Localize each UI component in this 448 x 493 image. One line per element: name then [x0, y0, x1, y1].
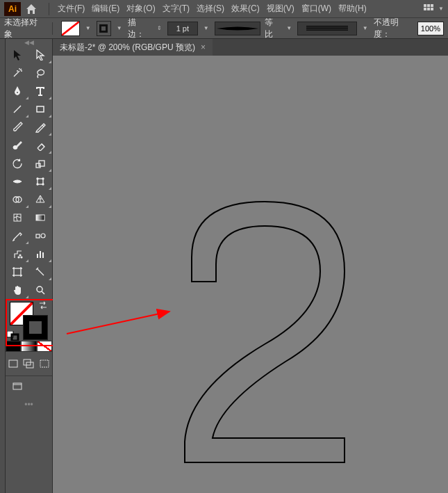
color-mode-none[interactable] — [37, 341, 52, 352]
stroke-weight-input[interactable]: 1 pt — [167, 22, 198, 35]
stroke-label: 描边： — [128, 17, 151, 40]
svg-line-12 — [14, 106, 21, 113]
svg-rect-34 — [14, 268, 21, 275]
svg-point-23 — [16, 197, 22, 202]
width-tool[interactable] — [6, 172, 29, 191]
hand-tool[interactable] — [6, 281, 29, 299]
eyedropper-tool[interactable] — [6, 227, 29, 245]
svg-point-14 — [13, 146, 17, 149]
svg-rect-43 — [40, 360, 49, 367]
svg-point-30 — [21, 257, 22, 258]
eraser-tool[interactable] — [29, 136, 53, 154]
tool-panel: ◀◀ — [6, 39, 53, 493]
selection-status: 未选择对象 — [4, 17, 44, 40]
draw-normal-icon[interactable] — [6, 356, 21, 371]
rotate-tool[interactable] — [6, 154, 29, 172]
pen-tool[interactable] — [6, 82, 29, 100]
menu-window[interactable]: 窗口(W) — [299, 3, 334, 15]
stroke-dropdown-icon[interactable]: ▼ — [115, 25, 124, 31]
dock-strip — [0, 39, 6, 493]
workspace-switcher-icon[interactable] — [423, 3, 434, 15]
brush-definition[interactable] — [297, 22, 357, 35]
opacity-input[interactable]: 100% — [417, 22, 444, 35]
stroke-color-proxy[interactable] — [24, 316, 47, 339]
blob-brush-tool[interactable] — [6, 136, 29, 154]
slice-tool[interactable] — [29, 263, 53, 281]
profile-dropdown-icon[interactable]: ▼ — [285, 25, 293, 31]
line-segment-tool[interactable] — [6, 100, 29, 118]
free-transform-tool[interactable] — [29, 172, 53, 191]
blend-tool[interactable] — [29, 227, 53, 245]
stroke-weight-dropdown-icon[interactable]: ▼ — [202, 25, 210, 31]
zoom-tool[interactable] — [29, 281, 53, 299]
artwork-path[interactable] — [53, 56, 448, 493]
pencil-tool[interactable] — [29, 118, 53, 136]
type-tool[interactable] — [29, 82, 53, 100]
draw-inside-icon[interactable] — [37, 356, 52, 371]
variable-width-profile[interactable] — [215, 22, 261, 35]
menu-object[interactable]: 对象(O) — [124, 3, 158, 15]
color-mode-gradient[interactable] — [21, 341, 36, 352]
mesh-tool[interactable] — [6, 209, 29, 227]
document-tab-title: 未标题-2* @ 200% (RGB/GPU 预览) — [60, 42, 195, 54]
menu-effect[interactable]: 效果(C) — [229, 3, 263, 15]
edit-toolbar-icon[interactable]: ••• — [6, 400, 52, 410]
panel-handle-icon[interactable]: ◀◀ — [6, 39, 52, 46]
gradient-tool[interactable] — [29, 209, 53, 227]
options-bar: 未选择对象 ▼ ▼ 描边： ⇕ 1 pt ▼ 等比 ▼ ▼ 不透明度： 100% — [0, 18, 448, 39]
default-fill-stroke-icon[interactable] — [7, 331, 21, 341]
menu-select[interactable]: 选择(S) — [194, 3, 227, 15]
menu-edit[interactable]: 编辑(E) — [89, 3, 122, 15]
svg-rect-31 — [37, 254, 38, 258]
stroke-stepper-icon[interactable]: ⇕ — [156, 25, 163, 31]
menu-file[interactable]: 文件(F) — [55, 3, 88, 15]
svg-line-36 — [42, 291, 44, 294]
menu-type[interactable]: 文字(T) — [160, 3, 192, 15]
swap-fill-stroke-icon[interactable] — [38, 300, 48, 310]
svg-point-35 — [37, 286, 42, 292]
svg-rect-17 — [38, 179, 43, 184]
menu-help[interactable]: 帮助(H) — [335, 3, 370, 15]
menu-bar: Ai 文件(F) 编辑(E) 对象(O) 文字(T) 选择(S) 效果(C) 视… — [0, 0, 448, 18]
color-mode-solid[interactable] — [6, 341, 21, 352]
svg-point-22 — [13, 197, 19, 202]
perspective-grid-tool[interactable] — [29, 191, 53, 209]
rectangle-tool[interactable] — [29, 100, 53, 118]
selection-tool[interactable] — [6, 46, 29, 64]
svg-rect-0 — [424, 4, 426, 7]
scale-label: 等比 — [265, 17, 281, 40]
symbol-sprayer-tool[interactable] — [6, 245, 29, 263]
document-tab[interactable]: 未标题-2* @ 200% (RGB/GPU 预览) × — [53, 39, 213, 56]
svg-rect-33 — [42, 252, 44, 258]
stroke-swatch[interactable] — [97, 21, 111, 36]
svg-rect-4 — [427, 8, 430, 10]
canvas[interactable] — [53, 56, 448, 493]
svg-rect-15 — [36, 163, 40, 168]
svg-rect-13 — [37, 106, 44, 112]
svg-rect-32 — [40, 251, 41, 258]
fill-swatch[interactable] — [61, 21, 80, 36]
fill-dropdown-icon[interactable]: ▼ — [84, 25, 92, 31]
close-tab-icon[interactable]: × — [201, 42, 206, 52]
paintbrush-tool[interactable] — [6, 118, 29, 136]
menu-view[interactable]: 视图(V) — [264, 3, 297, 15]
svg-point-28 — [19, 254, 21, 256]
svg-point-21 — [42, 184, 44, 185]
magic-wand-tool[interactable] — [6, 64, 29, 82]
direct-selection-tool[interactable] — [29, 46, 53, 64]
column-graph-tool[interactable] — [29, 245, 53, 263]
svg-point-27 — [41, 234, 45, 238]
svg-rect-16 — [39, 161, 44, 166]
home-icon[interactable] — [25, 3, 38, 15]
scale-tool[interactable] — [29, 154, 53, 172]
svg-rect-25 — [36, 215, 44, 220]
screen-mode-icon[interactable] — [6, 379, 29, 394]
draw-behind-icon[interactable] — [21, 356, 36, 371]
workspace-dropdown-icon[interactable]: ▼ — [438, 6, 444, 12]
shape-builder-tool[interactable] — [6, 191, 29, 209]
artboard-tool[interactable] — [6, 263, 29, 281]
svg-rect-26 — [36, 234, 40, 238]
lasso-tool[interactable] — [29, 64, 53, 82]
svg-rect-40 — [9, 360, 17, 367]
brush-dropdown-icon[interactable]: ▼ — [361, 25, 370, 31]
